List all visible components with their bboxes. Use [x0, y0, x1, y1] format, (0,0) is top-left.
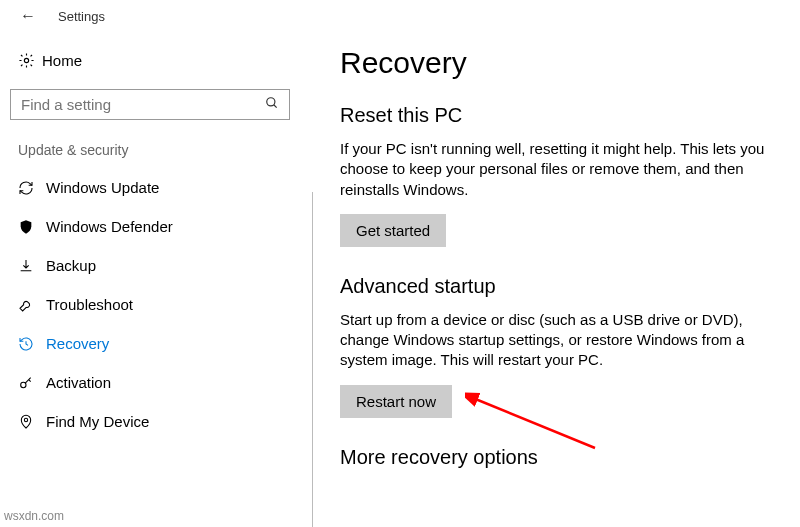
wrench-icon: [18, 297, 46, 313]
advanced-heading: Advanced startup: [340, 275, 780, 298]
location-icon: [18, 414, 46, 430]
sidebar-item-label: Troubleshoot: [46, 296, 133, 313]
window-title: Settings: [58, 9, 105, 24]
get-started-button[interactable]: Get started: [340, 214, 446, 247]
divider: [312, 192, 313, 527]
sidebar: Home Update & security Windows Update Wi…: [0, 28, 300, 527]
sidebar-item-label: Recovery: [46, 335, 109, 352]
svg-line-2: [274, 105, 277, 108]
sidebar-item-label: Windows Defender: [46, 218, 173, 235]
reset-description: If your PC isn't running well, resetting…: [340, 139, 780, 200]
search-icon: [265, 96, 279, 113]
history-icon: [18, 336, 46, 352]
sidebar-item-label: Activation: [46, 374, 111, 391]
key-icon: [18, 375, 46, 391]
reset-heading: Reset this PC: [340, 104, 780, 127]
sidebar-home[interactable]: Home: [8, 46, 292, 75]
sidebar-item-backup[interactable]: Backup: [8, 246, 292, 285]
gear-icon: [18, 52, 42, 69]
more-options-heading: More recovery options: [340, 446, 780, 469]
sidebar-item-recovery[interactable]: Recovery: [8, 324, 292, 363]
back-icon[interactable]: ←: [20, 7, 36, 25]
search-input-container[interactable]: [10, 89, 290, 120]
sidebar-item-find-my-device[interactable]: Find My Device: [8, 402, 292, 441]
sidebar-item-label: Windows Update: [46, 179, 159, 196]
svg-point-1: [267, 98, 275, 106]
sidebar-item-windows-defender[interactable]: Windows Defender: [8, 207, 292, 246]
sidebar-item-activation[interactable]: Activation: [8, 363, 292, 402]
sync-icon: [18, 180, 46, 196]
svg-point-0: [24, 58, 28, 62]
shield-icon: [18, 219, 46, 235]
sidebar-item-troubleshoot[interactable]: Troubleshoot: [8, 285, 292, 324]
sidebar-section-label: Update & security: [8, 142, 292, 158]
backup-icon: [18, 258, 46, 274]
page-title: Recovery: [340, 46, 780, 80]
search-input[interactable]: [21, 96, 265, 113]
svg-point-4: [24, 418, 27, 421]
restart-now-button[interactable]: Restart now: [340, 385, 452, 418]
sidebar-item-windows-update[interactable]: Windows Update: [8, 168, 292, 207]
sidebar-home-label: Home: [42, 52, 82, 69]
sidebar-item-label: Backup: [46, 257, 96, 274]
sidebar-item-label: Find My Device: [46, 413, 149, 430]
advanced-description: Start up from a device or disc (such as …: [340, 310, 780, 371]
content-area: Recovery Reset this PC If your PC isn't …: [340, 28, 780, 527]
watermark: wsxdn.com: [4, 509, 64, 523]
